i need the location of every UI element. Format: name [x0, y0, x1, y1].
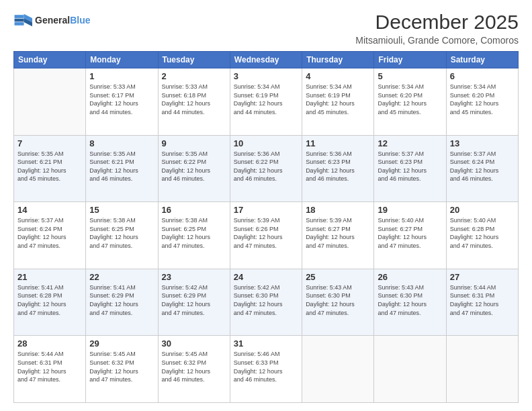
day-number: 6 — [450, 71, 515, 81]
calendar-cell: 1Sunrise: 5:33 AMSunset: 6:17 PMDaylight… — [86, 68, 158, 136]
weekday-header-row: SundayMondayTuesdayWednesdayThursdayFrid… — [14, 52, 519, 68]
day-info: Sunrise: 5:45 AMSunset: 6:32 PMDaylight:… — [89, 350, 154, 383]
calendar-cell: 29Sunrise: 5:45 AMSunset: 6:32 PMDayligh… — [86, 336, 158, 403]
calendar-cell: 9Sunrise: 5:35 AMSunset: 6:22 PMDaylight… — [158, 135, 230, 202]
day-info: Sunrise: 5:37 AMSunset: 6:24 PMDaylight:… — [17, 216, 82, 250]
day-info: Sunrise: 5:39 AMSunset: 6:27 PMDaylight:… — [306, 216, 370, 250]
day-number: 28 — [17, 338, 82, 349]
day-info: Sunrise: 5:38 AMSunset: 6:25 PMDaylight:… — [89, 216, 154, 250]
calendar-cell: 11Sunrise: 5:36 AMSunset: 6:23 PMDayligh… — [302, 135, 374, 202]
day-number: 10 — [234, 138, 298, 148]
calendar-cell — [14, 68, 86, 136]
calendar-cell: 24Sunrise: 5:42 AMSunset: 6:30 PMDayligh… — [230, 269, 302, 336]
calendar-cell: 28Sunrise: 5:44 AMSunset: 6:31 PMDayligh… — [14, 336, 86, 403]
day-number: 24 — [234, 272, 298, 282]
day-info: Sunrise: 5:34 AMSunset: 6:20 PMDaylight:… — [450, 83, 515, 116]
day-number: 14 — [17, 205, 82, 215]
day-info: Sunrise: 5:38 AMSunset: 6:25 PMDaylight:… — [162, 216, 226, 250]
day-info: Sunrise: 5:37 AMSunset: 6:23 PMDaylight:… — [378, 150, 442, 183]
calendar-table: SundayMondayTuesdayWednesdayThursdayFrid… — [13, 51, 519, 403]
day-number: 15 — [89, 205, 154, 215]
day-info: Sunrise: 5:44 AMSunset: 6:31 PMDaylight:… — [17, 350, 82, 383]
day-info: Sunrise: 5:46 AMSunset: 6:33 PMDaylight:… — [234, 350, 298, 383]
week-row-3: 14Sunrise: 5:37 AMSunset: 6:24 PMDayligh… — [14, 202, 519, 269]
day-info: Sunrise: 5:36 AMSunset: 6:23 PMDaylight:… — [306, 150, 370, 183]
weekday-header-thursday: Thursday — [302, 52, 374, 68]
day-info: Sunrise: 5:40 AMSunset: 6:28 PMDaylight:… — [450, 216, 515, 250]
day-info: Sunrise: 5:34 AMSunset: 6:20 PMDaylight:… — [378, 83, 442, 116]
day-info: Sunrise: 5:37 AMSunset: 6:24 PMDaylight:… — [450, 150, 515, 183]
calendar-cell — [446, 336, 518, 403]
day-number: 4 — [306, 71, 370, 81]
weekday-header-friday: Friday — [374, 52, 446, 68]
day-number: 30 — [162, 338, 226, 349]
day-info: Sunrise: 5:41 AMSunset: 6:28 PMDaylight:… — [17, 283, 82, 317]
calendar-cell: 19Sunrise: 5:40 AMSunset: 6:27 PMDayligh… — [374, 202, 446, 269]
calendar-cell: 3Sunrise: 5:34 AMSunset: 6:19 PMDaylight… — [230, 68, 302, 136]
day-number: 26 — [378, 272, 442, 282]
day-info: Sunrise: 5:35 AMSunset: 6:21 PMDaylight:… — [89, 150, 154, 183]
day-info: Sunrise: 5:36 AMSunset: 6:22 PMDaylight:… — [234, 150, 298, 183]
title-block: December 2025 Mitsamiouli, Grande Comore… — [355, 11, 519, 46]
day-number: 12 — [378, 138, 442, 148]
day-number: 23 — [162, 272, 226, 282]
day-info: Sunrise: 5:34 AMSunset: 6:19 PMDaylight:… — [306, 83, 370, 116]
logo-icon — [13, 11, 32, 30]
day-number: 29 — [89, 338, 154, 349]
day-number: 7 — [17, 138, 82, 148]
calendar-cell: 18Sunrise: 5:39 AMSunset: 6:27 PMDayligh… — [302, 202, 374, 269]
svg-rect-3 — [15, 15, 24, 18]
calendar-cell: 14Sunrise: 5:37 AMSunset: 6:24 PMDayligh… — [14, 202, 86, 269]
calendar-cell: 20Sunrise: 5:40 AMSunset: 6:28 PMDayligh… — [446, 202, 518, 269]
day-info: Sunrise: 5:44 AMSunset: 6:31 PMDaylight:… — [450, 283, 515, 317]
day-number: 17 — [234, 205, 298, 215]
day-info: Sunrise: 5:45 AMSunset: 6:32 PMDaylight:… — [162, 350, 226, 383]
day-number: 1 — [89, 71, 154, 81]
day-info: Sunrise: 5:42 AMSunset: 6:29 PMDaylight:… — [162, 283, 226, 317]
week-row-2: 7Sunrise: 5:35 AMSunset: 6:21 PMDaylight… — [14, 135, 519, 202]
day-number: 16 — [162, 205, 226, 215]
week-row-4: 21Sunrise: 5:41 AMSunset: 6:28 PMDayligh… — [14, 269, 519, 336]
day-info: Sunrise: 5:42 AMSunset: 6:30 PMDaylight:… — [234, 283, 298, 317]
svg-rect-5 — [15, 22, 24, 26]
day-info: Sunrise: 5:33 AMSunset: 6:17 PMDaylight:… — [89, 83, 154, 116]
weekday-header-saturday: Saturday — [446, 52, 518, 68]
day-number: 18 — [306, 205, 370, 215]
calendar-cell: 6Sunrise: 5:34 AMSunset: 6:20 PMDaylight… — [446, 68, 518, 136]
calendar-cell: 15Sunrise: 5:38 AMSunset: 6:25 PMDayligh… — [86, 202, 158, 269]
day-number: 13 — [450, 138, 515, 148]
day-number: 3 — [234, 71, 298, 81]
day-number: 8 — [89, 138, 154, 148]
calendar-cell: 7Sunrise: 5:35 AMSunset: 6:21 PMDaylight… — [14, 135, 86, 202]
calendar-cell: 21Sunrise: 5:41 AMSunset: 6:28 PMDayligh… — [14, 269, 86, 336]
calendar-cell — [302, 336, 374, 403]
day-number: 2 — [162, 71, 226, 81]
calendar-cell: 17Sunrise: 5:39 AMSunset: 6:26 PMDayligh… — [230, 202, 302, 269]
day-number: 9 — [162, 138, 226, 148]
day-info: Sunrise: 5:43 AMSunset: 6:30 PMDaylight:… — [306, 283, 370, 317]
day-number: 25 — [306, 272, 370, 282]
day-info: Sunrise: 5:39 AMSunset: 6:26 PMDaylight:… — [234, 216, 298, 250]
calendar-cell: 31Sunrise: 5:46 AMSunset: 6:33 PMDayligh… — [230, 336, 302, 403]
calendar-cell: 8Sunrise: 5:35 AMSunset: 6:21 PMDaylight… — [86, 135, 158, 202]
day-number: 20 — [450, 205, 515, 215]
logo: GeneralBlue — [13, 11, 90, 30]
calendar-cell: 22Sunrise: 5:41 AMSunset: 6:29 PMDayligh… — [86, 269, 158, 336]
day-info: Sunrise: 5:40 AMSunset: 6:27 PMDaylight:… — [378, 216, 442, 250]
day-info: Sunrise: 5:34 AMSunset: 6:19 PMDaylight:… — [234, 83, 298, 116]
day-info: Sunrise: 5:33 AMSunset: 6:18 PMDaylight:… — [162, 83, 226, 116]
day-info: Sunrise: 5:43 AMSunset: 6:30 PMDaylight:… — [378, 283, 442, 317]
calendar-cell: 26Sunrise: 5:43 AMSunset: 6:30 PMDayligh… — [374, 269, 446, 336]
day-number: 21 — [17, 272, 82, 282]
weekday-header-sunday: Sunday — [14, 52, 86, 68]
main-title: December 2025 — [355, 11, 519, 34]
day-info: Sunrise: 5:41 AMSunset: 6:29 PMDaylight:… — [89, 283, 154, 317]
calendar-cell: 16Sunrise: 5:38 AMSunset: 6:25 PMDayligh… — [158, 202, 230, 269]
calendar-cell: 23Sunrise: 5:42 AMSunset: 6:29 PMDayligh… — [158, 269, 230, 336]
svg-rect-4 — [15, 19, 24, 22]
day-number: 27 — [450, 272, 515, 282]
calendar-cell: 5Sunrise: 5:34 AMSunset: 6:20 PMDaylight… — [374, 68, 446, 136]
day-number: 22 — [89, 272, 154, 282]
weekday-header-wednesday: Wednesday — [230, 52, 302, 68]
page: GeneralBlue December 2025 Mitsamiouli, G… — [0, 0, 532, 411]
